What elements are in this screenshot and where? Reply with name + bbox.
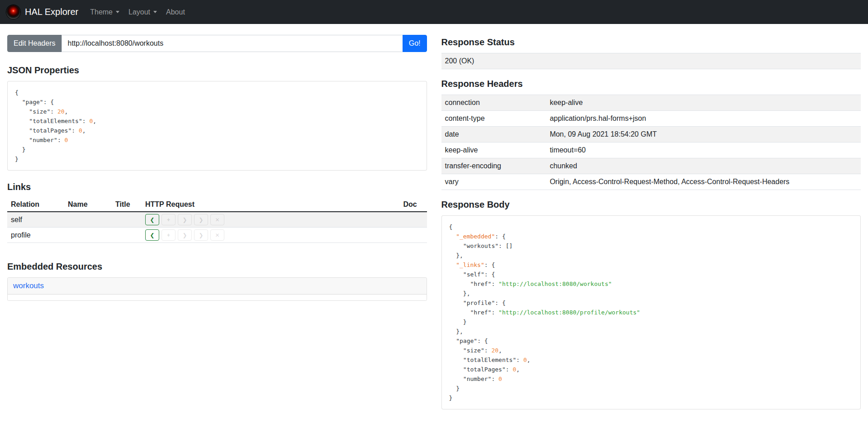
post-request-button: + (161, 214, 175, 225)
embedded-resources-section: Embedded Resources workouts (7, 261, 427, 301)
chevron-down-icon (153, 11, 157, 13)
chevron-down-icon (116, 11, 119, 13)
link-doc (400, 228, 427, 243)
response-status-row: 200 (OK) (441, 53, 861, 69)
response-header-row: varyOrigin, Access-Control-Request-Metho… (441, 174, 861, 190)
response-header-name: keep-alive (441, 143, 546, 158)
embedded-resource-header[interactable]: workouts (8, 278, 427, 295)
link-title (112, 228, 142, 243)
link-doc (400, 212, 427, 228)
json-properties-card: { "page": { "size": 20, "totalElements":… (7, 81, 427, 171)
response-status-title: Response Status (441, 37, 861, 48)
nav-item-about-label: About (166, 8, 185, 16)
delete-request-button: ✕ (210, 214, 224, 225)
json-properties-title: JSON Properties (7, 65, 427, 76)
response-header-name: connection (441, 95, 546, 111)
patch-request-button: ❯ (194, 229, 208, 241)
main-content: Edit Headers Go! JSON Properties { "page… (0, 24, 868, 409)
post-request-button: + (161, 229, 175, 241)
response-header-name: date (441, 127, 546, 143)
embedded-resources-card: workouts (7, 277, 427, 301)
embedded-resource-body (8, 295, 427, 300)
response-status-value: 200 (OK) (441, 53, 861, 69)
links-table-header: Relation Name Title HTTP Request Doc (7, 198, 427, 212)
brand-title[interactable]: HAL Explorer (25, 7, 78, 17)
left-column: Edit Headers Go! JSON Properties { "page… (0, 35, 434, 301)
response-header-value: timeout=60 (546, 143, 861, 158)
response-header-value: chunked (546, 158, 861, 174)
response-body-code: { "_embedded": { "workouts": [] }, "_lin… (449, 222, 854, 403)
link-title (112, 212, 142, 228)
response-headers-title: Response Headers (441, 78, 861, 89)
delete-request-button: ✕ (210, 229, 224, 241)
column-header-title: Title (112, 198, 142, 212)
navbar-menu: Theme Layout About (85, 5, 190, 20)
put-request-button: ❯ (178, 214, 192, 225)
response-body-card: { "_embedded": { "workouts": [] }, "_lin… (441, 215, 861, 409)
response-header-value: application/prs.hal-forms+json (546, 111, 861, 127)
response-body-title: Response Body (441, 199, 861, 210)
link-relation: profile (7, 228, 64, 243)
nav-item-layout[interactable]: Layout (124, 5, 161, 20)
column-header-name: Name (64, 198, 112, 212)
response-headers-section: Response Headers connectionkeep-alivecon… (441, 78, 861, 190)
response-status-section: Response Status 200 (OK) (441, 37, 861, 69)
links-title: Links (7, 181, 427, 192)
response-header-row: keep-alivetimeout=60 (441, 143, 861, 158)
patch-request-button: ❯ (194, 214, 208, 225)
response-header-name: vary (441, 174, 546, 190)
link-name (64, 212, 112, 228)
put-request-button: ❯ (178, 229, 192, 241)
http-request-button-group: ❮+❯❯✕ (142, 212, 400, 228)
response-header-row: content-typeapplication/prs.hal-forms+js… (441, 111, 861, 127)
links-table-row: profile❮+❯❯✕ (7, 228, 427, 243)
response-status-table: 200 (OK) (441, 53, 861, 69)
column-header-http-request: HTTP Request (142, 198, 400, 212)
right-column: Response Status 200 (OK) Response Header… (434, 35, 868, 409)
hal-eye-logo-icon (6, 5, 20, 19)
go-button[interactable]: Go! (403, 35, 427, 52)
response-header-value: keep-alive (546, 95, 861, 111)
link-name (64, 228, 112, 243)
links-section: Links Relation Name Title HTTP Request D… (7, 181, 427, 243)
json-properties-section: JSON Properties { "page": { "size": 20, … (7, 65, 427, 171)
response-header-row: dateMon, 09 Aug 2021 18:54:20 GMT (441, 127, 861, 143)
response-body-section: Response Body { "_embedded": { "workouts… (441, 199, 861, 409)
response-header-row: connectionkeep-alive (441, 95, 861, 111)
get-request-button[interactable]: ❮ (145, 214, 159, 225)
json-properties-code: { "page": { "size": 20, "totalElements":… (15, 88, 419, 164)
response-headers-table: connectionkeep-alivecontent-typeapplicat… (441, 95, 861, 190)
embedded-resources-title: Embedded Resources (7, 261, 427, 272)
link-relation: self (7, 212, 64, 228)
column-header-relation: Relation (7, 198, 64, 212)
http-request-button-group: ❮+❯❯✕ (142, 228, 400, 243)
response-header-name: transfer-encoding (441, 158, 546, 174)
edit-headers-button[interactable]: Edit Headers (7, 35, 62, 52)
response-header-value: Mon, 09 Aug 2021 18:54:20 GMT (546, 127, 861, 143)
nav-item-about[interactable]: About (161, 5, 190, 20)
response-header-name: content-type (441, 111, 546, 127)
response-header-value: Origin, Access-Control-Request-Method, A… (546, 174, 861, 190)
url-input[interactable] (62, 35, 403, 52)
get-request-button[interactable]: ❮ (145, 229, 159, 241)
nav-item-layout-label: Layout (128, 8, 150, 16)
response-header-row: transfer-encodingchunked (441, 158, 861, 174)
nav-item-theme-label: Theme (90, 8, 113, 16)
embedded-resource-workouts-link[interactable]: workouts (13, 281, 44, 290)
column-header-doc: Doc (400, 198, 427, 212)
address-bar: Edit Headers Go! (7, 35, 427, 52)
navbar: HAL Explorer Theme Layout About (0, 0, 868, 24)
links-table-row: self❮+❯❯✕ (7, 212, 427, 228)
nav-item-theme[interactable]: Theme (85, 5, 124, 20)
links-table: Relation Name Title HTTP Request Doc sel… (7, 198, 427, 243)
